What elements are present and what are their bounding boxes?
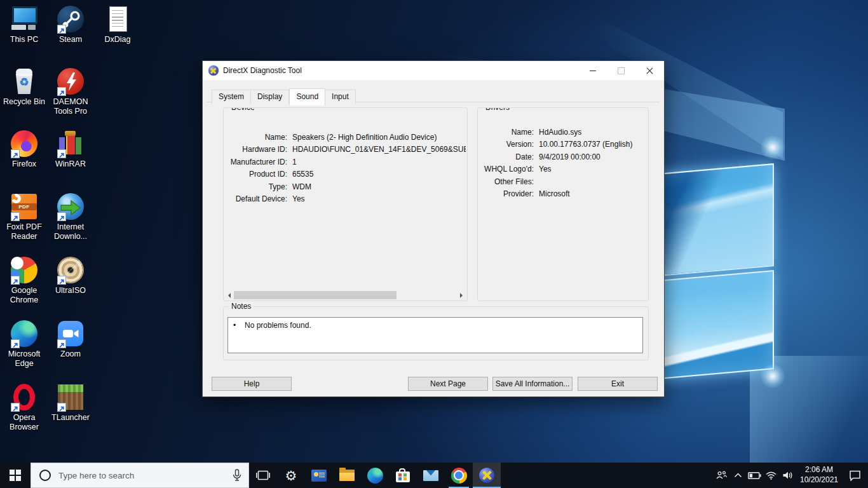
desktop-icon-ultraiso[interactable]: UltraISO	[47, 256, 94, 295]
field-label: Provider:	[480, 189, 539, 198]
taskbar-button-dxdiag[interactable]	[473, 463, 501, 488]
close-icon	[646, 67, 653, 74]
microphone-icon[interactable]	[232, 469, 242, 482]
shortcut-arrow-icon	[11, 149, 20, 158]
pdf-badge: PDF	[11, 203, 37, 210]
field-value: 1	[292, 158, 466, 166]
dxdiag-icon	[479, 468, 494, 483]
notes-groupbox: Notes • No problems found.	[223, 306, 649, 360]
desktop-icon-dxdiag[interactable]: DxDiag	[94, 5, 141, 44]
battery-icon[interactable]	[746, 472, 763, 479]
drivers-groupbox-title: Drivers	[483, 107, 512, 112]
minimize-button[interactable]	[578, 61, 607, 80]
desktop-icon-label: Microsoft Edge	[1, 349, 48, 369]
clock-time: 2:06 AM	[796, 465, 843, 475]
tab-input[interactable]: Input	[325, 90, 356, 104]
scroll-left-arrow[interactable]	[224, 290, 234, 300]
field-label: Hardware ID:	[226, 145, 292, 154]
exit-button[interactable]: Exit	[578, 377, 658, 391]
field-value: 9/4/2019 00:00:00	[539, 152, 647, 161]
field-label: WHQL Logo'd:	[480, 165, 539, 173]
notes-text: No problems found.	[245, 321, 311, 330]
taskbar-button-chrome[interactable]	[445, 463, 473, 488]
taskbar-button-store[interactable]	[389, 463, 417, 488]
desktop-icon-steam[interactable]: Steam	[47, 5, 94, 44]
field-value: Microsoft	[539, 189, 647, 198]
file-explorer-icon	[339, 470, 355, 481]
desktop-icon-tlauncher[interactable]: TLauncher	[47, 383, 94, 423]
tab-display[interactable]: Display	[251, 90, 289, 104]
taskbar-search-box[interactable]: Type here to search	[31, 463, 249, 488]
desktop-icon-zoom[interactable]: Zoom	[47, 320, 94, 359]
action-center-button[interactable]	[843, 470, 867, 481]
drivers-field-row: Name:HdAudio.sys	[480, 126, 647, 139]
desktop-icon-foxit-pdf-reader[interactable]: PDFFoxit PDF Reader	[1, 193, 48, 241]
desktop-icon-firefox[interactable]: Firefox	[1, 130, 48, 169]
taskbar-button-mail[interactable]	[417, 463, 445, 488]
directx-app-icon	[208, 65, 219, 76]
field-value: Speakers (2- High Definition Audio Devic…	[292, 133, 466, 142]
desktop-icon-daemon-tools-pro[interactable]: DAEMON Tools Pro	[47, 67, 94, 116]
taskbar-button-settings[interactable]: ⚙	[277, 463, 305, 488]
desktop-icon-label: WinRAR	[47, 159, 94, 169]
taskbar-button-weather[interactable]	[305, 463, 333, 488]
desktop-icon-winrar[interactable]: WinRAR	[47, 130, 94, 169]
start-button[interactable]	[0, 463, 31, 488]
device-groupbox: Device Name:Speakers (2- High Definition…	[223, 107, 468, 301]
field-value: HDAUDIO\FUNC_01&VEN_14F1&DEV_5069&SUBSYS…	[292, 145, 466, 154]
desktop-icon-label: Zoom	[47, 349, 94, 359]
device-field-row: Default Device:Yes	[226, 193, 466, 206]
shortcut-arrow-icon	[11, 403, 20, 412]
field-label: Version:	[480, 140, 539, 149]
close-button[interactable]	[635, 61, 664, 80]
next-page-button[interactable]: Next Page	[408, 377, 488, 391]
taskbar-button-edge[interactable]	[361, 463, 389, 488]
desktop-icon-recycle-bin[interactable]: ♻Recycle Bin	[1, 67, 48, 107]
desktop-icon-label: Internet Downlo...	[47, 222, 94, 241]
field-value: HdAudio.sys	[539, 128, 647, 137]
tab-system[interactable]: System	[212, 90, 251, 104]
show-hidden-icons-chevron[interactable]	[729, 473, 746, 478]
desktop-icon-label: Foxit PDF Reader	[1, 222, 48, 241]
drivers-field-row: Other Files:	[480, 175, 647, 188]
people-icon[interactable]	[713, 471, 729, 480]
desktop-icon-microsoft-edge[interactable]: Microsoft Edge	[1, 320, 48, 369]
scrollbar-track[interactable]	[234, 290, 457, 300]
drivers-field-row: Provider:Microsoft	[480, 188, 647, 201]
taskbar-clock[interactable]: 2:06 AM 10/20/2021	[796, 465, 843, 485]
shortcut-arrow-icon	[11, 276, 20, 285]
search-placeholder-text: Type here to search	[58, 471, 134, 480]
desktop-icon-label: DAEMON Tools Pro	[47, 97, 94, 116]
desktop-icon-this-pc[interactable]: This PC	[1, 5, 48, 44]
window-titlebar[interactable]: DirectX Diagnostic Tool	[203, 61, 664, 80]
dxdiag-window: DirectX Diagnostic Tool SystemDisplaySou…	[202, 60, 665, 397]
maximize-icon	[618, 67, 625, 74]
desktop-icon-internet-downlo[interactable]: Internet Downlo...	[47, 193, 94, 241]
scrollbar-thumb[interactable]	[234, 291, 397, 299]
shortcut-arrow-icon	[57, 87, 66, 96]
desktop-icon-label: Recycle Bin	[1, 97, 48, 107]
device-horizontal-scrollbar[interactable]	[224, 290, 466, 300]
minimize-icon	[590, 71, 596, 71]
save-all-information-button[interactable]: Save All Information...	[492, 377, 573, 391]
field-value: Yes	[292, 194, 466, 203]
maximize-button[interactable]	[607, 61, 635, 80]
shortcut-arrow-icon	[57, 149, 66, 158]
scroll-right-arrow[interactable]	[457, 290, 466, 300]
help-button[interactable]: Help	[212, 377, 292, 391]
windows-logo-icon	[10, 470, 21, 481]
wifi-icon[interactable]	[763, 471, 779, 480]
volume-icon[interactable]	[779, 471, 796, 480]
field-label: Manufacturer ID:	[226, 158, 292, 166]
field-value: Yes	[539, 165, 647, 173]
tab-sound[interactable]: Sound	[289, 88, 325, 105]
field-label: Name:	[226, 133, 292, 142]
desktop-icon-opera-browser[interactable]: Opera Browser	[1, 383, 48, 432]
task-view-button[interactable]	[249, 463, 277, 488]
taskbar-button-file-explorer[interactable]	[333, 463, 361, 488]
settings-gear-icon: ⚙	[285, 469, 297, 482]
desktop-icon-google-chrome[interactable]: Google Chrome	[1, 256, 48, 305]
shortcut-arrow-icon	[11, 339, 20, 348]
shortcut-arrow-icon	[57, 276, 66, 285]
notes-textbox[interactable]: • No problems found.	[227, 317, 643, 353]
